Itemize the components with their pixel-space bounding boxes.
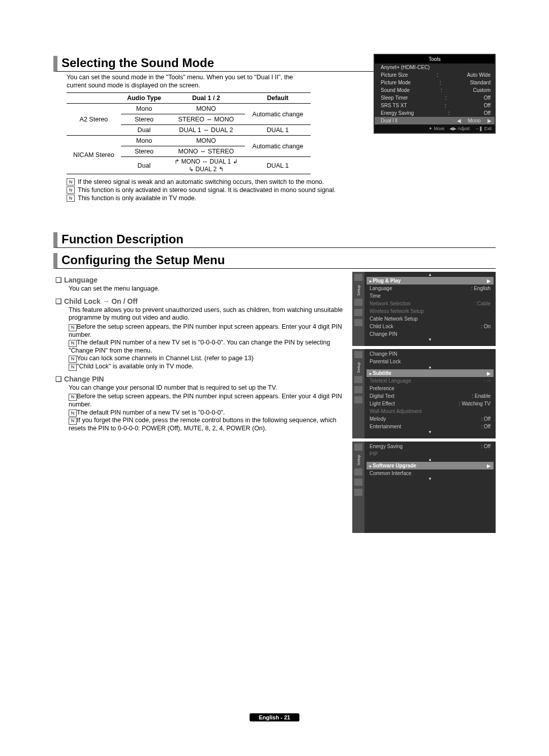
cell: MONO ↔ STEREO [167,146,245,157]
rail-icon[interactable] [354,309,362,316]
tools-row[interactable]: Picture Size:Auto Wide [375,71,495,79]
osd-line[interactable]: Energy Saving: Off [367,443,494,450]
scroll-down-icon[interactable]: ▼ [367,338,494,342]
osd-highlight[interactable]: Plug & Play▶ [367,277,494,285]
cell: Dual [121,125,167,136]
description: You can change your personal ID number t… [69,384,343,392]
chevron-right-icon: ▶ [487,371,491,376]
osd-line[interactable]: Common Interface [367,469,494,477]
rail-icon[interactable] [354,444,362,451]
rail-icon[interactable] [354,274,362,281]
osd-line[interactable]: Preference [367,385,494,392]
osd-line[interactable]: Light Effect: Watching TV [367,400,494,407]
k: SRS TS XT [381,103,407,108]
section-heading: Configuring the Setup Menu [53,253,496,269]
page-footer: English - 21 [0,713,549,721]
osd-line[interactable]: Cable Network Setup [367,315,494,323]
description: You can set the menu language. [69,285,343,293]
osd-line[interactable]: Time [367,292,494,300]
subheading: Change PIN [55,375,343,383]
tools-anynet: Anynet+ (HDMI-CEC) [381,65,430,70]
osd-line[interactable]: Entertainment: Off [367,423,494,430]
note-text: The default PIN number of a new TV set i… [69,339,330,354]
scroll-down-icon[interactable]: ▼ [367,430,494,434]
k: Energy Saving [381,110,414,116]
tools-row[interactable]: Sound Mode:Custom [375,86,495,94]
k: Common Interface [370,470,411,476]
v: : Enable [472,393,491,399]
osd-line: PIP [367,450,494,458]
note-icon: N [69,410,77,417]
k: Child Lock [370,324,393,329]
rail-icon[interactable] [354,489,362,496]
section1-intro: You can set the sound mode in the "Tools… [67,74,306,89]
cell: MONO [167,104,245,114]
left-arrow-icon[interactable]: ◀ [456,118,462,123]
note-text: Before the setup screen appears, the PIN… [69,393,342,408]
k: Wireless Network Setup [370,308,424,314]
gear-icon[interactable] [354,299,362,306]
osd-line[interactable]: Language: English [367,285,494,292]
rail-icon[interactable] [354,479,362,486]
gear-icon[interactable] [354,468,362,476]
note-icon: N [67,186,75,194]
gear-icon[interactable] [354,376,362,383]
scroll-up-icon[interactable]: ▲ [367,365,494,369]
item-child-lock: Child Lock → On / Off This feature allow… [55,297,343,371]
setup-osd-3: Setup Energy Saving: Off PIP ▲ Software … [352,442,496,533]
section2-title1: Function Description [62,232,496,247]
osd-line: Network Selection: Cable [367,300,494,307]
rail-icon[interactable] [354,319,362,326]
k: Cable Network Setup [370,316,418,322]
tools-row[interactable]: Anynet+ (HDMI-CEC) [375,64,495,71]
k: Light Effect [370,401,395,406]
osd-line[interactable]: Digital Text: Enable [367,392,494,400]
v: : Watching TV [459,401,491,406]
osd-line[interactable]: Change PIN [367,330,494,338]
tools-footer: ✦ Move ◀▶ Adjust →❚ Exit [375,124,495,133]
note-text: If you forget the PIN code, press the re… [69,417,337,432]
osd-line[interactable]: Parental Lock [367,358,494,365]
cell: DUAL 1 [245,157,311,174]
osd-highlight[interactable]: Software Upgrade▶ [367,462,494,469]
k: Wall-Mount Adjustment [370,408,421,414]
cell: MONO ↔ DUAL 1 DUAL 2 [167,157,245,174]
v: Auto Wide [467,72,491,78]
note-text: This function is only activated in stere… [78,186,336,194]
right-arrow-icon[interactable]: ▶ [486,118,493,123]
tools-row[interactable]: Sleep Timer:Off [375,94,495,102]
note-icon: N [69,418,77,425]
scroll-up-icon[interactable]: ▲ [367,273,494,277]
row-a2-stereo: A2 Stereo [67,104,121,136]
osd-line[interactable]: Melody: Off [367,415,494,423]
rail-icon[interactable] [354,386,362,393]
osd-highlight[interactable]: Subtitle▶ [367,369,494,377]
k: Entertainment [370,424,401,429]
cell: Automatic change [245,136,311,157]
note-text: If the stereo signal is weak and an auto… [78,178,324,185]
v: Custom [473,87,491,93]
note-text: You can lock some channels in Channel Li… [77,355,254,362]
tools-row[interactable]: Energy Saving:Off [375,109,495,117]
v: : ─ [484,378,491,384]
tools-row-highlighted[interactable]: Dual l ll ◀ Mono ▶ [375,117,495,124]
hint-adjust: Adjust [458,126,470,131]
rail-icon[interactable] [354,351,362,358]
note-text: Before the setup screen appears, the PIN… [69,323,342,338]
cell: MONO [167,136,245,146]
k: Digital Text [370,393,394,399]
section2-title2: Configuring the Setup Menu [62,253,496,268]
tools-row[interactable]: Picture Mode:Standard [375,79,495,86]
v: : On [481,324,491,329]
osd-line[interactable]: Change PIN [367,350,494,358]
hl-label: Software Upgrade [370,463,416,468]
k: Melody [370,416,386,422]
scroll-down-icon[interactable]: ▼ [367,477,494,481]
cell: Stereo [121,114,167,125]
note-text: The default PIN number of a new TV set i… [77,409,225,416]
scroll-up-icon[interactable]: ▲ [367,458,494,462]
osd-line[interactable]: Child Lock: On [367,323,494,330]
k: Time [370,293,381,299]
tools-row[interactable]: SRS TS XT:Off [375,102,495,109]
rail-icon[interactable] [354,396,362,403]
